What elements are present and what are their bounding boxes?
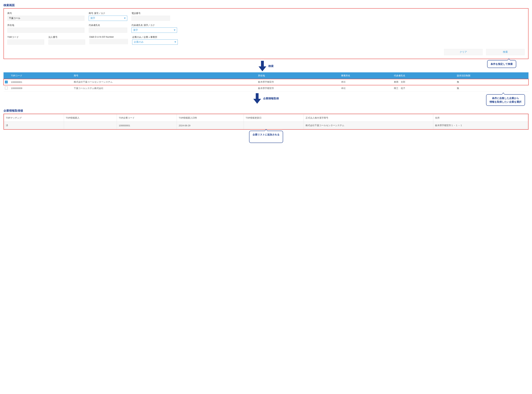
label-tsr-code: TSRコード <box>7 36 44 39</box>
select-rep-name-type[interactable]: 漢字 <box>131 27 177 33</box>
checkbox-unchecked-icon[interactable] <box>5 87 8 89</box>
dtd-formal-name: 株式会社千葉コールセンターシステム <box>304 122 433 129</box>
dtd-purchase <box>64 122 117 129</box>
cell-addr: 栃木県宇都宮市 <box>257 79 340 85</box>
chevron-down-icon <box>174 41 176 42</box>
cell-tsr: 100000001 <box>10 79 72 85</box>
cell-name: 千葉コールシステム株式会社 <box>72 85 256 91</box>
select-value: 企業のみ <box>134 41 144 44</box>
callout-added-to-list: 企業リストに追加される <box>249 131 283 143</box>
cell-limit: 無 <box>455 79 528 85</box>
th-limit: 提供項目制限 <box>455 72 528 79</box>
label-phone: 電話番号 <box>131 12 170 15</box>
input-corp-number[interactable] <box>48 39 85 45</box>
callout-line: 条件に合致した企業から <box>490 96 522 100</box>
select-company-name-type[interactable]: 漢字 <box>89 16 127 21</box>
section-title-search: 検索画面 <box>4 4 528 7</box>
callout-search-condition: 条件を指定して検索 <box>487 60 516 68</box>
th-office: 事業所名 <box>340 72 392 79</box>
label-corp-number: 法人番号 <box>48 36 85 39</box>
select-scope[interactable]: 企業のみ <box>132 39 178 45</box>
dth-code: TSR企業コード <box>117 114 177 122</box>
input-rep-name[interactable] <box>89 27 127 33</box>
dth-update-date: TSR情報更新日 <box>244 114 304 122</box>
dth-purchase: TSR情報購入 <box>64 114 117 122</box>
cell-addr: 栃木県宇都宮市 <box>257 85 340 91</box>
input-tsr-code[interactable] <box>7 39 44 45</box>
cell-tsr: 100000009 <box>10 85 72 91</box>
cell-office: 本社 <box>340 85 392 91</box>
input-company-name[interactable] <box>7 16 84 21</box>
dtd-match: 済 <box>4 122 64 129</box>
callout-select-company: 条件に合致した企業から 情報を取得したい企業を選択 <box>486 94 525 106</box>
detail-panel: TSRマッチング TSR情報購入 TSR企業コード TSR情報購入日時 TSR情… <box>4 114 528 130</box>
table-row[interactable]: 100000009 千葉コールシステム株式会社 栃木県宇都宮市 本社 商工 花子… <box>4 85 528 91</box>
results-table: TSRコード 商号 所在地 事業所名 代表者氏名 提供項目制限 ✓ 100000… <box>4 72 528 91</box>
th-name: 商号 <box>72 72 256 79</box>
input-address[interactable] <box>7 27 84 33</box>
th-rep: 代表者氏名 <box>392 72 455 79</box>
select-value: 漢字 <box>133 29 138 32</box>
label-rep-name: 代表者氏名 <box>89 24 127 27</box>
arrow-down-icon <box>259 61 266 71</box>
cell-limit: 無 <box>455 85 528 91</box>
label-address: 所在地 <box>7 24 84 27</box>
chevron-down-icon <box>174 30 175 31</box>
checkbox-checked-icon[interactable]: ✓ <box>5 81 8 83</box>
dth-formal-name: 正式法人格付漢字商号 <box>304 114 433 122</box>
label-company-name-type: 商号 漢字／カナ <box>89 12 127 15</box>
cell-rep: 商工 花子 <box>392 85 455 91</box>
arrow-label-search: 検索 <box>268 64 274 68</box>
detail-table: TSRマッチング TSR情報購入 TSR企業コード TSR情報購入日時 TSR情… <box>4 114 528 129</box>
label-rep-name-type: 代表者氏名 漢字／カナ <box>131 24 177 27</box>
search-panel: 商号 商号 漢字／カナ 漢字 電話番号 所在地 代表者氏名 代表者氏名 漢字／カ… <box>4 8 528 59</box>
cell-office: 本社 <box>340 79 392 85</box>
dtd-code: 100000001 <box>117 122 177 129</box>
arrow-down-icon <box>253 93 261 104</box>
input-duns[interactable] <box>89 39 128 44</box>
search-button[interactable]: 検索 <box>486 49 525 55</box>
table-row[interactable]: ✓ 100000001 株式会社千葉コールセンターシステム 栃木県宇都宮市 本社… <box>4 79 528 85</box>
chevron-down-icon <box>124 18 126 19</box>
label-scope: 企業のみ／企業＋事業所 <box>132 36 178 39</box>
input-phone[interactable] <box>131 16 170 21</box>
th-tsr: TSRコード <box>10 72 72 79</box>
dtd-purchase-date: 2024-08-29 <box>177 122 244 129</box>
label-duns: D&B D-U-N-S® Number <box>89 36 128 38</box>
arrow-label-fetch: 企業情報取得 <box>263 97 279 100</box>
dtd-addr: 栃木県宇都宮市１－１－１ <box>433 122 528 129</box>
th-addr: 所在地 <box>257 72 340 79</box>
cell-name: 株式会社千葉コールセンターシステム <box>72 79 256 85</box>
cell-rep: 東商 太郎 <box>392 79 455 85</box>
dth-match: TSRマッチング <box>4 114 64 122</box>
dtd-update-date <box>244 122 304 129</box>
dth-addr: 住所 <box>433 114 528 122</box>
section-title-result: 企業情報取得後 <box>4 109 528 113</box>
dth-purchase-date: TSR情報購入日時 <box>177 114 244 122</box>
label-company-name: 商号 <box>7 12 84 15</box>
clear-button[interactable]: クリア <box>444 49 483 55</box>
select-value: 漢字 <box>90 17 95 20</box>
callout-line: 情報を取得したい企業を選択 <box>490 100 522 104</box>
